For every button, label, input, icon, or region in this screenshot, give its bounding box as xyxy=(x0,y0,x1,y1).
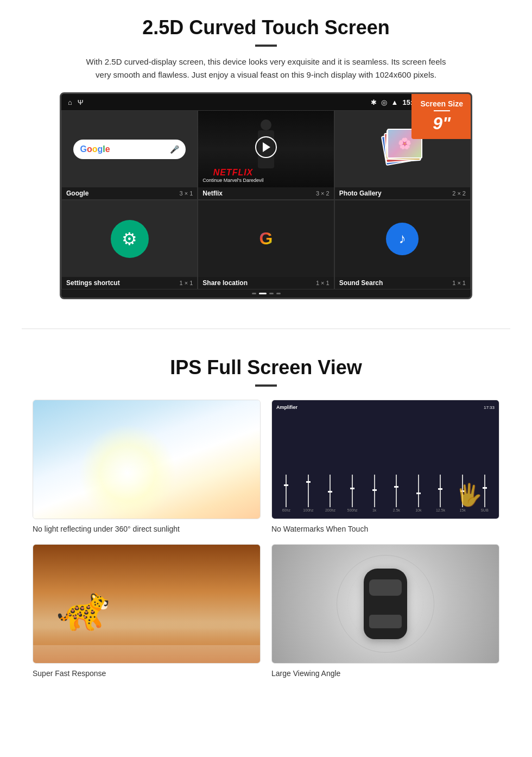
play-triangle-icon xyxy=(263,142,270,152)
sound-cell-content: ♪ xyxy=(335,200,470,277)
eq-header: Amplifier 17:33 xyxy=(276,405,495,410)
netflix-app-size: 3 × 2 xyxy=(316,190,330,197)
section2-divider xyxy=(255,384,277,387)
netflix-cell-content: NETFLIX Continue Marvel's Daredevil xyxy=(198,111,333,187)
eq-handle-7 xyxy=(416,493,421,494)
screen-size-badge: Screen Size 9" xyxy=(411,94,472,139)
google-app-size: 3 × 1 xyxy=(180,190,193,197)
sound-bg: ♪ xyxy=(335,200,470,277)
dot-3 xyxy=(269,293,274,294)
eq-slider-8 xyxy=(440,475,441,507)
device-mockup: Screen Size 9" ⌂ Ψ ✱ ◎ ▲ 15:06 ⊡ ◁) ⊠ xyxy=(54,92,478,299)
feature-car: Large Viewing Angle xyxy=(271,544,499,678)
eq-slider-6 xyxy=(396,475,397,507)
netflix-logo-text: NETFLIX xyxy=(202,168,263,178)
section2-title: IPS Full Screen View xyxy=(33,356,499,379)
section-curved-touch: 2.5D Curved Touch Screen With 2.5D curve… xyxy=(0,0,532,312)
eq-slider-3 xyxy=(330,475,331,507)
feature-label-eq: No Watermarks When Touch xyxy=(271,525,499,533)
settings-cell-content: ⚙ xyxy=(62,200,197,277)
google-search-area: Google 🎤 xyxy=(62,111,197,187)
eq-slider-10 xyxy=(484,475,485,507)
feature-eq: Amplifier 17:33 60hz xyxy=(271,400,499,533)
eq-handle-4 xyxy=(350,488,354,489)
eq-slider-2 xyxy=(308,475,309,507)
eq-bar-1: 60hz xyxy=(276,475,296,512)
settings-label-bar: Settings shortcut 1 × 1 xyxy=(62,277,197,289)
eq-bar-4: 500hz xyxy=(343,475,363,512)
settings-app-size: 1 × 1 xyxy=(180,280,193,286)
google-search-bar[interactable]: Google 🎤 xyxy=(73,140,185,159)
eq-wrapper: Amplifier 17:33 60hz xyxy=(272,400,499,519)
netflix-scene: NETFLIX Continue Marvel's Daredevil xyxy=(198,111,333,187)
eq-slider-5 xyxy=(374,475,375,507)
status-left-icons: ⌂ Ψ xyxy=(68,98,84,106)
app-cell-google[interactable]: Google 🎤 Google 3 × 1 xyxy=(61,110,198,200)
app-cell-settings[interactable]: ⚙ Settings shortcut 1 × 1 xyxy=(61,200,198,289)
usb-icon: Ψ xyxy=(78,98,84,106)
cheetah-bg: 🐆 xyxy=(33,545,260,663)
eq-handle-2 xyxy=(306,481,311,483)
feature-label-cheetah: Super Fast Response xyxy=(33,669,261,678)
location-icon: ◎ xyxy=(381,98,387,106)
eq-label-10: SUB xyxy=(480,508,488,512)
bluetooth-icon: ✱ xyxy=(371,98,377,106)
maps-g-icon: G xyxy=(259,229,273,249)
feature-image-car xyxy=(271,544,499,664)
section-divider xyxy=(22,329,510,329)
netflix-subtitle: Continue Marvel's Daredevil xyxy=(202,178,263,183)
netflix-play-button[interactable] xyxy=(255,136,277,158)
google-mic-icon: 🎤 xyxy=(170,145,179,154)
sound-app-label: Sound Search xyxy=(339,279,383,287)
badge-size: 9" xyxy=(420,113,463,134)
app-cell-sound[interactable]: ♪ Sound Search 1 × 1 xyxy=(334,200,471,289)
share-cell-content: G xyxy=(198,200,333,277)
eq-handle-3 xyxy=(328,491,332,493)
eq-handle-1 xyxy=(284,484,288,486)
app-cell-share[interactable]: G Share location 1 × 1 xyxy=(198,200,334,289)
home-icon: ⌂ xyxy=(68,98,72,106)
eq-handle-5 xyxy=(372,489,377,491)
status-bar: ⌂ Ψ ✱ ◎ ▲ 15:06 ⊡ ◁) ⊠ ▭ xyxy=(61,94,471,110)
page-dots xyxy=(61,289,471,298)
eq-label-8: 12.5k xyxy=(436,508,445,512)
eq-label-6: 2.5k xyxy=(393,508,400,512)
eq-bar-7: 10k xyxy=(409,475,429,512)
eq-handle-8 xyxy=(438,488,442,490)
eq-label-5: 1k xyxy=(372,508,376,512)
flower-emoji: 🌸 xyxy=(398,137,411,150)
gallery-app-label: Photo Gallery xyxy=(339,190,382,197)
section1-description: With 2.5D curved-display screen, this de… xyxy=(81,55,451,81)
sound-icon-wrapper: ♪ xyxy=(386,223,419,255)
gallery-app-size: 2 × 2 xyxy=(452,190,466,197)
sound-label-bar: Sound Search 1 × 1 xyxy=(335,277,470,289)
device-screen: Screen Size 9" ⌂ Ψ ✱ ◎ ▲ 15:06 ⊡ ◁) ⊠ xyxy=(60,92,472,299)
netflix-overlay: NETFLIX Continue Marvel's Daredevil xyxy=(202,168,263,183)
google-logo: Google xyxy=(80,144,110,154)
share-label-bar: Share location 1 × 1 xyxy=(198,277,333,289)
share-app-label: Share location xyxy=(202,279,248,287)
settings-app-label: Settings shortcut xyxy=(66,279,120,287)
features-grid: No light reflecting under 360° direct su… xyxy=(33,400,499,678)
section1-divider xyxy=(255,45,277,47)
dot-2-active xyxy=(259,293,267,294)
google-app-label: Google xyxy=(66,190,88,197)
car-top-view xyxy=(364,569,407,639)
eq-time: 17:33 xyxy=(484,405,495,410)
feature-sunlight: No light reflecting under 360° direct su… xyxy=(33,400,261,533)
app-grid-row1: Google 🎤 Google 3 × 1 xyxy=(61,110,471,200)
netflix-app-label: Netflix xyxy=(202,190,223,197)
settings-bg: ⚙ xyxy=(62,200,197,277)
google-cell-content: Google 🎤 xyxy=(62,111,197,187)
eq-label-1: 60hz xyxy=(282,508,290,512)
music-note-icon: ♪ xyxy=(399,230,406,247)
car-bg xyxy=(272,545,499,663)
eq-bar-8: 12.5k xyxy=(430,475,451,512)
app-cell-netflix[interactable]: NETFLIX Continue Marvel's Daredevil Netf… xyxy=(198,110,334,200)
eq-slider-4 xyxy=(352,475,353,507)
gallery-label-bar: Photo Gallery 2 × 2 xyxy=(335,187,470,199)
feature-label-car: Large Viewing Angle xyxy=(271,669,499,678)
eq-bar-5: 1k xyxy=(364,475,384,512)
eq-bar-6: 2.5k xyxy=(387,475,407,512)
app-grid-row2: ⚙ Settings shortcut 1 × 1 G xyxy=(61,200,471,289)
